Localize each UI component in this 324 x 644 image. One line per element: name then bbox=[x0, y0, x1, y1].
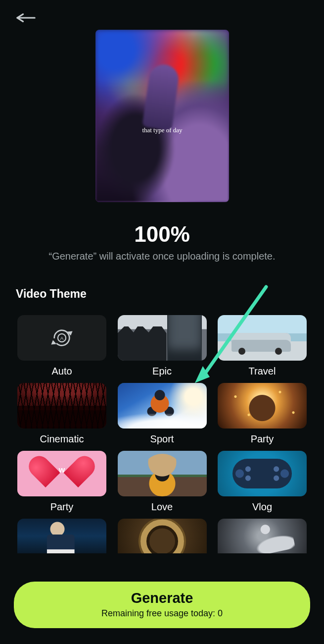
theme-sport-thumb[interactable] bbox=[118, 383, 207, 429]
selected-indicator bbox=[118, 383, 207, 429]
theme-auto-thumb[interactable]: A bbox=[17, 315, 106, 361]
theme-auto: A Auto bbox=[17, 315, 106, 377]
theme-vlog-label: Vlog bbox=[252, 501, 272, 513]
theme-party-label: Party bbox=[251, 433, 274, 445]
theme-party: Party bbox=[218, 383, 307, 445]
theme-vlog: Vlog bbox=[218, 451, 307, 513]
theme-row4-c-thumb[interactable] bbox=[218, 519, 307, 553]
generate-button-subtitle: Remaining free usage today: 0 bbox=[101, 608, 223, 619]
generate-button-title: Generate bbox=[131, 591, 193, 605]
theme-cinematic-label: Cinematic bbox=[40, 433, 84, 445]
theme-epic: Epic bbox=[118, 315, 207, 377]
theme-party2: w Party bbox=[17, 451, 106, 513]
theme-sport: Sport bbox=[118, 383, 207, 445]
theme-row4-c bbox=[218, 519, 307, 553]
theme-auto-label: Auto bbox=[51, 366, 72, 377]
theme-party-thumb[interactable] bbox=[218, 383, 307, 429]
video-preview[interactable]: that type of day bbox=[95, 30, 229, 202]
theme-epic-thumb[interactable] bbox=[118, 315, 207, 361]
theme-sport-label: Sport bbox=[150, 433, 174, 445]
theme-vlog-thumb[interactable] bbox=[218, 451, 307, 496]
theme-cinematic-thumb[interactable] bbox=[17, 383, 106, 429]
theme-love-label: Love bbox=[151, 501, 173, 513]
upload-progress-percent: 100% bbox=[0, 222, 324, 247]
back-icon[interactable] bbox=[16, 13, 36, 23]
theme-row4-b bbox=[118, 519, 207, 553]
theme-love: Love bbox=[118, 451, 207, 513]
theme-row4-a bbox=[17, 519, 106, 553]
theme-row4-b-thumb[interactable] bbox=[118, 519, 207, 553]
theme-travel: Travel bbox=[218, 315, 307, 377]
theme-epic-label: Epic bbox=[152, 366, 172, 377]
generate-button[interactable]: Generate Remaining free usage today: 0 bbox=[14, 582, 310, 628]
theme-grid: A Auto Epic Travel Cinematic Sport Party… bbox=[17, 315, 307, 553]
preview-caption: that type of day bbox=[95, 126, 229, 134]
theme-cinematic: Cinematic bbox=[17, 383, 106, 445]
svg-text:A: A bbox=[60, 335, 64, 341]
section-title-video-theme: Video Theme bbox=[16, 287, 87, 301]
theme-party2-label: Party bbox=[50, 501, 74, 513]
upload-progress-message: “Generate” will activate once uploading … bbox=[0, 251, 324, 262]
theme-row4-a-thumb[interactable] bbox=[17, 519, 106, 553]
theme-party2-thumb[interactable]: w bbox=[17, 451, 106, 496]
auto-icon: A bbox=[48, 326, 75, 349]
theme-travel-label: Travel bbox=[249, 366, 276, 377]
theme-travel-thumb[interactable] bbox=[218, 315, 307, 361]
theme-love-thumb[interactable] bbox=[118, 451, 207, 496]
